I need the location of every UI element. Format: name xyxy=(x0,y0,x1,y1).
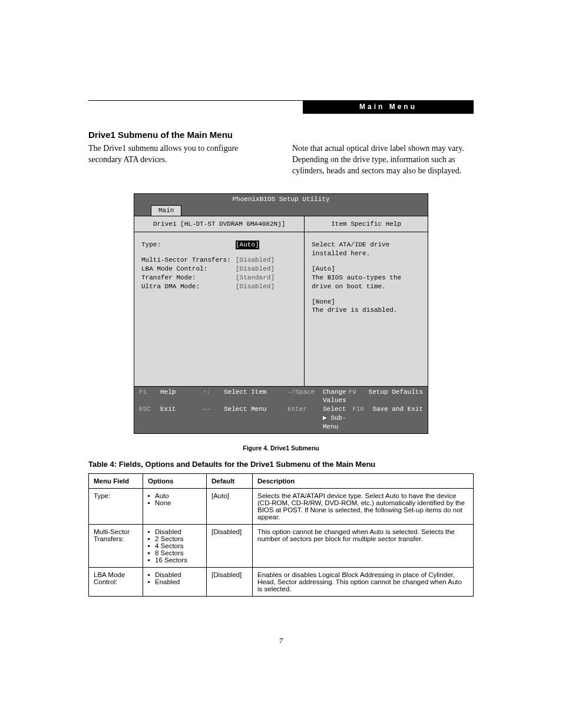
option-item: 2 Sectors xyxy=(148,535,201,542)
bios-field-xfer[interactable]: Transfer Mode: [Standard] xyxy=(141,274,297,282)
option-item: 4 Sectors xyxy=(148,542,201,549)
option-item: Enabled xyxy=(148,578,201,585)
bios-key-esc[interactable]: ESC xyxy=(139,405,160,431)
option-item: 8 Sectors xyxy=(148,549,201,556)
arrows-updown-icon: ↑↓ xyxy=(203,388,224,406)
cell-description: Selects the ATA/ATAPI device type. Selec… xyxy=(253,488,474,524)
bios-right-heading: Item Specific Help xyxy=(305,216,428,233)
cell-default: [Auto] xyxy=(207,488,253,524)
bios-key-enter[interactable]: Enter xyxy=(287,405,323,431)
bios-left-heading: Drive1 [HL-DT-ST DVDRAM GMA4082Nj] xyxy=(134,216,304,233)
bios-field-label: Type: xyxy=(141,241,236,249)
bios-action-select-item: Select Item xyxy=(224,388,287,406)
bios-action-exit: Exit xyxy=(160,405,203,431)
bios-tab-main[interactable]: Main xyxy=(151,205,181,216)
cell-description: This option cannot be changed when Auto … xyxy=(253,524,474,567)
bios-key-f9[interactable]: F9 xyxy=(349,388,369,406)
cell-menu-field: Type: xyxy=(89,488,143,524)
bios-action-select-menu: Select Menu xyxy=(224,405,287,431)
th-options: Options xyxy=(143,473,207,488)
option-item: 16 Sectors xyxy=(148,556,201,564)
bios-key-f10[interactable]: F10 xyxy=(352,405,372,431)
bios-field-value[interactable]: [Disabled] xyxy=(236,282,275,291)
option-item: None xyxy=(148,499,201,506)
page-number: 7 xyxy=(0,636,562,645)
bios-help-line: The drive is disabled. xyxy=(312,306,421,315)
intro-right: Note that actual optical drive label sho… xyxy=(292,143,474,177)
arrows-leftright-icon: ←→ xyxy=(203,405,224,431)
bios-field-label: LBA Mode Control: xyxy=(141,265,236,274)
bios-action-defaults: Setup Defaults xyxy=(369,388,423,406)
bios-action-save: Save and Exit xyxy=(372,405,423,431)
cell-menu-field: Multi-Sector Transfers: xyxy=(89,524,143,567)
option-item: Disabled xyxy=(148,571,201,578)
option-item: Auto xyxy=(148,492,201,499)
cell-menu-field: LBA Mode Control: xyxy=(89,567,143,596)
bios-help-line: [Auto] xyxy=(312,265,421,274)
bios-field-lba[interactable]: LBA Mode Control: [Disabled] xyxy=(141,265,297,274)
bios-action-help: Help xyxy=(160,388,203,406)
bios-field-mst[interactable]: Multi-Sector Transfers: [Disabled] xyxy=(141,256,297,265)
bios-field-value[interactable]: [Auto] xyxy=(236,241,259,249)
bios-field-value[interactable]: [Disabled] xyxy=(236,256,275,265)
bios-help-line: [None] xyxy=(312,298,421,307)
option-item: Disabled xyxy=(148,528,201,535)
cell-description: Enables or disables Logical Block Addres… xyxy=(253,567,474,596)
table-row: Type:AutoNone[Auto]Selects the ATA/ATAPI… xyxy=(89,488,474,524)
table-row: LBA Mode Control:DisabledEnabled[Disable… xyxy=(89,567,474,596)
table-caption: Table 4: Fields, Options and Defaults fo… xyxy=(88,460,474,469)
th-default: Default xyxy=(207,473,253,488)
bios-field-label: Multi-Sector Transfers: xyxy=(141,256,236,265)
bios-help-line: The BIOS auto-types the xyxy=(312,274,421,282)
bios-help-text: Select ATA/IDE drive installed here. [Au… xyxy=(305,232,428,386)
bios-help-line: Select ATA/IDE drive xyxy=(312,241,421,249)
bios-footer: F1 Help ↑↓ Select Item -/Space Change Va… xyxy=(134,387,428,434)
bios-field-type[interactable]: Type: [Auto] xyxy=(141,241,297,249)
bios-help-line: installed here. xyxy=(312,249,421,258)
cell-options: AutoNone xyxy=(143,488,207,524)
figure-caption: Figure 4. Drive1 Submenu xyxy=(88,444,474,452)
options-table: Menu Field Options Default Description T… xyxy=(88,473,474,597)
bios-field-value[interactable]: [Disabled] xyxy=(236,265,275,274)
bios-help-line: drive on boot time. xyxy=(312,282,421,291)
bios-key-f1[interactable]: F1 xyxy=(139,388,160,406)
bios-field-label: Ultra DMA Mode: xyxy=(141,282,236,291)
th-menu-field: Menu Field xyxy=(89,473,143,488)
cell-options: Disabled2 Sectors4 Sectors8 Sectors16 Se… xyxy=(143,524,207,567)
bios-action-change: Change Values xyxy=(323,388,349,406)
bios-tabbar: Main xyxy=(134,205,428,216)
bios-key-space[interactable]: -/Space xyxy=(287,388,323,406)
section-heading: Drive1 Submenu of the Main Menu xyxy=(88,130,474,140)
cell-options: DisabledEnabled xyxy=(143,567,207,596)
cell-default: [Disabled] xyxy=(207,524,253,567)
bios-field-udma[interactable]: Ultra DMA Mode: [Disabled] xyxy=(141,282,297,291)
table-row: Multi-Sector Transfers:Disabled2 Sectors… xyxy=(89,524,474,567)
bios-screenshot: PhoenixBIOS Setup Utility Main Drive1 [H… xyxy=(134,193,428,434)
bios-field-label: Transfer Mode: xyxy=(141,274,236,282)
bios-field-value[interactable]: [Standard] xyxy=(236,274,275,282)
cell-default: [Disabled] xyxy=(207,567,253,596)
bios-title: PhoenixBIOS Setup Utility xyxy=(134,193,428,205)
table-header-row: Menu Field Options Default Description xyxy=(89,473,474,488)
bios-action-submenu: Select ▶ Sub-Menu xyxy=(323,405,352,431)
intro-left: The Drive1 submenu allows you to configu… xyxy=(88,143,270,177)
header-section-tab: Main Menu xyxy=(303,100,474,114)
th-description: Description xyxy=(253,473,474,488)
